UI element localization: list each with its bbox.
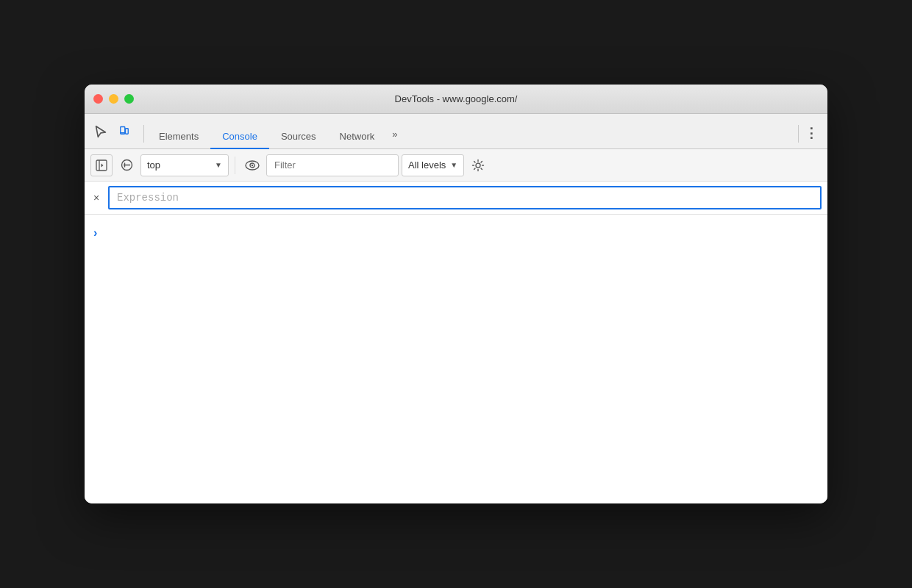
- clear-console-button[interactable]: [115, 154, 138, 176]
- inspect-element-icon[interactable]: [90, 122, 111, 143]
- levels-value: All levels: [408, 159, 446, 171]
- minimize-button[interactable]: [109, 94, 118, 104]
- tab-network[interactable]: Network: [328, 125, 387, 149]
- tabs-container: Elements Console Sources Network »: [147, 114, 404, 148]
- tab-bar: Elements Console Sources Network » ⋮: [85, 114, 827, 149]
- svg-rect-1: [126, 129, 129, 135]
- context-value: top: [147, 159, 210, 171]
- filter-input[interactable]: [266, 154, 399, 176]
- console-prompt-row: ›: [85, 220, 827, 245]
- tab-divider-right: [798, 125, 799, 143]
- prompt-chevron-icon: ›: [93, 226, 97, 240]
- tab-bar-left-icons: [90, 122, 135, 148]
- context-selector[interactable]: top ▼: [140, 154, 229, 176]
- expression-row: ×: [85, 182, 827, 215]
- log-levels-selector[interactable]: All levels ▼: [402, 154, 464, 176]
- tabs-more-button[interactable]: »: [386, 123, 403, 146]
- console-toolbar: top ▼ All levels ▼: [85, 149, 827, 182]
- expression-input[interactable]: [108, 186, 822, 209]
- show-console-sidebar-button[interactable]: [90, 154, 113, 176]
- expression-close-button[interactable]: ×: [90, 192, 102, 204]
- title-bar: DevTools - www.google.com/: [85, 85, 827, 114]
- console-content: × ›: [85, 182, 827, 503]
- maximize-button[interactable]: [124, 94, 134, 104]
- gear-icon: [471, 159, 485, 172]
- levels-dropdown-arrow: ▼: [450, 161, 457, 169]
- tab-sources[interactable]: Sources: [269, 125, 328, 149]
- toolbar-divider-1: [235, 157, 235, 174]
- svg-marker-5: [101, 163, 104, 167]
- live-expressions-button[interactable]: [241, 154, 263, 176]
- window-title: DevTools - www.google.com/: [395, 93, 518, 104]
- tab-elements[interactable]: Elements: [147, 125, 210, 149]
- svg-point-11: [252, 164, 253, 165]
- tab-divider: [143, 125, 144, 143]
- tab-console[interactable]: Console: [210, 125, 269, 149]
- console-settings-button[interactable]: [467, 154, 489, 176]
- window-controls: [93, 94, 134, 104]
- close-button[interactable]: [93, 94, 103, 104]
- clear-icon: [121, 159, 133, 171]
- devtools-menu-button[interactable]: ⋮: [802, 123, 822, 143]
- context-dropdown-arrow: ▼: [215, 161, 222, 169]
- devtools-window: DevTools - www.google.com/ Elements: [85, 85, 827, 503]
- eye-icon: [245, 160, 260, 171]
- sidebar-icon: [96, 159, 107, 171]
- svg-point-12: [476, 163, 480, 168]
- device-toolbar-icon[interactable]: [114, 122, 135, 143]
